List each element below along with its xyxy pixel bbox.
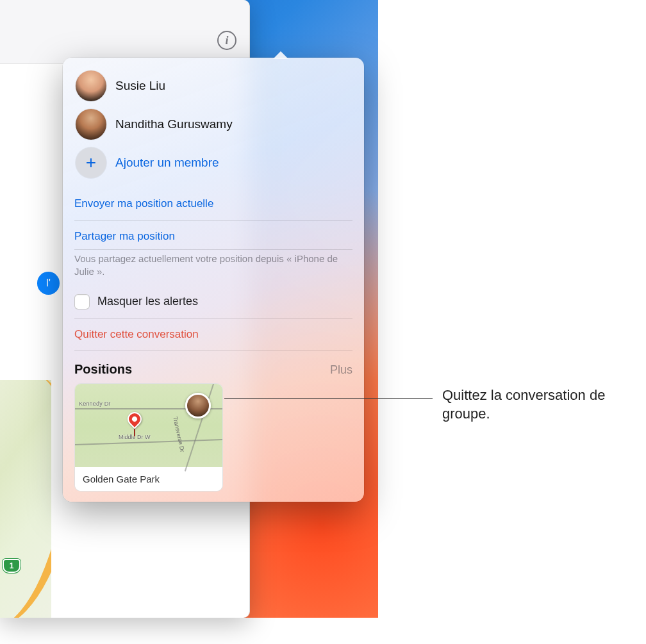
map-road — [0, 380, 51, 618]
member-name: Nanditha Guruswamy — [115, 117, 233, 131]
positions-more-button[interactable]: Plus — [330, 363, 352, 377]
map-road-label: Kennedy Dr — [79, 400, 111, 407]
window-toolbar: i — [0, 0, 249, 64]
details-info-button[interactable]: i — [217, 31, 236, 50]
map-road-label: Transverse Dr — [172, 416, 186, 453]
member-name: Susie Liu — [115, 79, 165, 93]
location-caption: Golden Gate Park — [75, 467, 222, 491]
add-member-label: Ajouter un membre — [115, 156, 219, 170]
hide-alerts-checkbox[interactable] — [74, 294, 90, 310]
route-shield-icon: 1 — [3, 559, 21, 573]
member-row[interactable]: Susie Liu — [63, 67, 364, 105]
send-current-location-button[interactable]: Envoyer ma position actuelle — [63, 182, 364, 213]
share-location-button[interactable]: Partager ma position — [63, 221, 364, 245]
plus-icon: + — [76, 147, 106, 178]
callout-leader-line — [224, 398, 433, 399]
map-pin-icon — [124, 409, 144, 429]
outgoing-message-bubble: l' — [37, 272, 60, 295]
hide-alerts-label: Masquer les alertes — [97, 295, 198, 308]
location-card[interactable]: Kennedy Dr Middle Dr W Transverse Dr Gol… — [74, 383, 223, 491]
info-icon: i — [225, 34, 228, 47]
location-avatar — [185, 393, 211, 418]
hide-alerts-row[interactable]: Masquer les alertes — [63, 285, 364, 316]
positions-header: Positions Plus — [63, 351, 364, 383]
member-row[interactable]: Nanditha Guruswamy — [63, 105, 364, 144]
avatar — [76, 109, 106, 140]
details-popover: Susie Liu Nanditha Guruswamy + Ajouter u… — [63, 58, 364, 502]
callout-text: Quittez la conversation de groupe. — [442, 386, 641, 423]
share-location-note: Vous partagez actuellement votre positio… — [63, 250, 364, 285]
positions-title: Positions — [74, 362, 132, 377]
avatar — [76, 70, 106, 101]
mini-map: Kennedy Dr Middle Dr W Transverse Dr — [75, 384, 222, 467]
add-member-button[interactable]: + Ajouter un membre — [63, 144, 364, 182]
leave-conversation-button[interactable]: Quitter cette conversation — [63, 319, 364, 347]
background-map — [0, 380, 51, 618]
